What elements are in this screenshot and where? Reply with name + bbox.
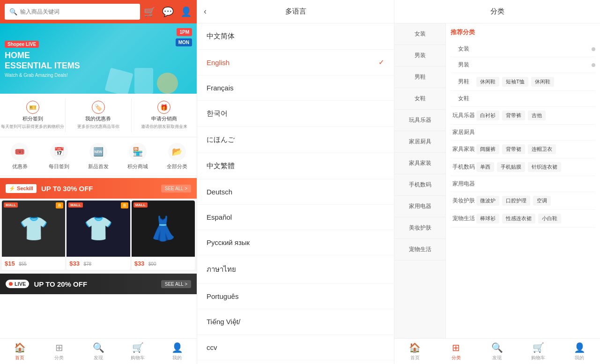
lang-item-7[interactable]: Español [197, 205, 394, 230]
chip-suspender-skirt[interactable]: 背带裙 [502, 144, 525, 154]
qa-title-2: 申请分销商 [151, 115, 177, 122]
search-bar[interactable]: 🔍 [5, 4, 140, 20]
cat-label-men[interactable]: 男装 [451, 61, 476, 69]
banner-day: MON [176, 38, 192, 46]
sidebar-item-men-shoes[interactable]: 男鞋 [394, 67, 445, 88]
search-input[interactable] [20, 8, 135, 15]
nav-points[interactable]: 🏪 积分商城 [118, 143, 157, 170]
bottom-nav-cart[interactable]: 🛒 购物车 [118, 339, 157, 364]
right-nav-category-label: 分类 [452, 355, 461, 361]
chip-casual-shoes[interactable]: 休闲鞋 [476, 77, 499, 87]
category-main: 推荐分类 女装 男装 男鞋 休闲鞋 [446, 23, 600, 338]
cat-label-women[interactable]: 女装 [451, 45, 476, 53]
right-nav-home[interactable]: 🏠 首页 [394, 339, 436, 364]
cat-label-men-shoes[interactable]: 男鞋 [451, 78, 476, 86]
live-banner[interactable]: LIVE UP TO 20% OFF SEE ALL > [0, 274, 197, 294]
product-old-price-1: $78 [83, 261, 91, 267]
bottom-nav-me[interactable]: 👤 我的 [157, 339, 197, 364]
sidebar-item-women[interactable]: 女装 [394, 23, 445, 45]
chip-microwave[interactable]: 微波炉 [476, 196, 499, 206]
live-see-all[interactable]: SEE ALL > [161, 280, 191, 288]
cart-icon[interactable]: 🛒 [144, 6, 156, 17]
chip-sexy-dress[interactable]: 性感连衣裙 [502, 214, 535, 223]
home-icon: 🏠 [14, 342, 26, 353]
lang-item-4[interactable]: にほんご [197, 127, 394, 153]
cat-label-women-shoes[interactable]: 女鞋 [451, 95, 476, 103]
right-nav-discover[interactable]: 🔍 发现 [477, 339, 518, 364]
quick-action-2[interactable]: 🎁 申请分销商 邀请你的朋友获取佣金来 [132, 98, 197, 132]
seckill-banner[interactable]: ⚡ Seckill UP T0 30% OFF SEE ALL > [0, 178, 197, 199]
chip-hoodie[interactable]: 连帽卫衣 [528, 144, 556, 154]
chip-tshirt[interactable]: 短袖T恤 [502, 77, 528, 87]
message-icon[interactable]: 💬 [162, 6, 174, 17]
chip-suit[interactable]: 单西 [476, 162, 494, 172]
sidebar-item-phone[interactable]: 手机数码 [394, 174, 445, 196]
lang-item-6[interactable]: Deutsch [197, 179, 394, 205]
user-icon[interactable]: 👤 [180, 6, 192, 17]
lang-item-3[interactable]: 한국어 [197, 101, 394, 127]
quick-action-1[interactable]: 🏷️ 我的优惠券 更多折扣优惠商品等你 [66, 98, 131, 132]
lang-item-9[interactable]: ภาษาไทย [197, 255, 394, 284]
product-card-0[interactable]: 👕 MALL 惠 $15 $55 [2, 201, 65, 270]
chip-suspenders[interactable]: 背带裤 [502, 111, 525, 120]
cat-label-appliance[interactable]: 家用电器 [451, 180, 476, 188]
product-card-1[interactable]: 👕 MALL 惠 $33 $78 [67, 201, 130, 270]
cat-label-furniture[interactable]: 家具家装 [451, 145, 476, 153]
bottom-nav-home[interactable]: 🏠 首页 [0, 339, 39, 364]
cat-label-pets[interactable]: 宠物生活 [451, 215, 476, 223]
chip-shirt[interactable]: 白衬衫 [476, 111, 499, 120]
category-icon: ⊞ [55, 342, 63, 353]
right-nav-me[interactable]: 👤 我的 [559, 339, 600, 364]
nav-new[interactable]: 🆕 新品首发 [79, 143, 118, 170]
nav-checkin[interactable]: 📅 每日签到 [39, 143, 79, 170]
sidebar-item-kitchen[interactable]: 家居厨具 [394, 131, 445, 153]
banner[interactable]: Shopee LIVE HOME ESSENTIAL ITEMS Watch &… [0, 23, 197, 94]
banner-time: 1PM [177, 28, 192, 36]
lang-item-12[interactable]: ccv [197, 335, 394, 360]
lang-item-8[interactable]: Русский язык [197, 230, 394, 255]
qa-title-0: 积分签到 [22, 115, 43, 122]
lang-item-10[interactable]: Português [197, 284, 394, 309]
chip-baseball[interactable]: 棒球衫 [476, 214, 499, 223]
cat-label-kitchen[interactable]: 家居厨具 [451, 128, 476, 136]
category-rows: 女装 男装 男鞋 休闲鞋 短袖T恤 休闲鞋 [451, 41, 595, 228]
lang-item-5[interactable]: 中文繁體 [197, 153, 394, 179]
chip-screen-protector[interactable]: 手机贴膜 [497, 162, 525, 172]
lang-item-2[interactable]: Français [197, 75, 394, 101]
chip-knit-dress[interactable]: 针织连衣裙 [528, 162, 561, 172]
sidebar-item-pets[interactable]: 宠物生活 [394, 239, 445, 260]
right-nav-cart[interactable]: 🛒 购物车 [518, 339, 559, 364]
nav-all-cats[interactable]: 📂 全部分类 [157, 143, 197, 170]
seckill-see-all[interactable]: SEE ALL > [161, 185, 191, 193]
sidebar-item-toys[interactable]: 玩具乐器 [394, 110, 445, 131]
bottom-nav-me-label: 我的 [172, 355, 182, 361]
product-info-1: $33 $78 [67, 257, 130, 270]
sidebar-item-women-shoes[interactable]: 女鞋 [394, 88, 445, 110]
cat-label-phone[interactable]: 手机数码 [451, 163, 476, 171]
recommended-title: 推荐分类 [451, 28, 595, 37]
right-nav-category[interactable]: ⊞ 分类 [436, 339, 477, 364]
cat-label-beauty[interactable]: 美妆护肤 [451, 197, 476, 205]
chip-casual-shoes2[interactable]: 休闲鞋 [531, 77, 554, 87]
bottom-nav-category[interactable]: ⊞ 分类 [39, 339, 79, 364]
live-badge: Shopee LIVE [5, 41, 39, 48]
nav-coupons[interactable]: 🎟️ 优惠券 [0, 143, 39, 170]
sidebar-item-furniture[interactable]: 家具家装 [394, 153, 445, 174]
chip-guitar[interactable]: 吉他 [528, 111, 546, 120]
back-button[interactable]: ‹ [204, 7, 207, 16]
sidebar-item-beauty[interactable]: 美妆护肤 [394, 217, 445, 239]
product-card-2[interactable]: 👗 MALL $33 $00 [132, 201, 195, 270]
lang-item-11[interactable]: Tiếng Việt/ [197, 309, 394, 335]
sidebar-item-appliance[interactable]: 家用电器 [394, 196, 445, 217]
chip-oral-care[interactable]: 口腔护理 [502, 196, 530, 206]
quick-action-0[interactable]: 🎫 积分签到 每天签到可以获得更多的购物积分 [0, 98, 66, 132]
lang-item-0[interactable]: 中文简体 [197, 23, 394, 50]
chip-ac[interactable]: 空调 [533, 196, 551, 206]
cat-label-toys[interactable]: 玩具乐器 [451, 111, 476, 119]
chip-white-shoes[interactable]: 小白鞋 [538, 214, 561, 223]
category-panel: 分类 女装 男装 男鞋 女鞋 玩具乐器 家居厨具 家具家装 手机数码 家用电器 … [394, 0, 600, 364]
sidebar-item-men[interactable]: 男装 [394, 45, 445, 67]
bottom-nav-discover[interactable]: 🔍 发现 [79, 339, 118, 364]
chip-wide-pants[interactable]: 阔腿裤 [476, 144, 499, 154]
lang-item-1[interactable]: English [197, 50, 394, 75]
